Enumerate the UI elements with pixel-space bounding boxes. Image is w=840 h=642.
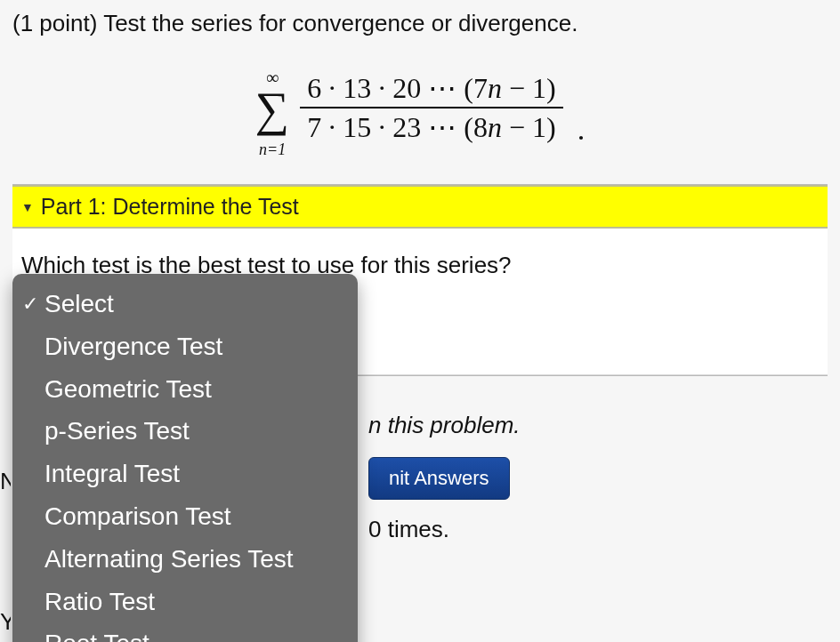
fraction-numerator: 6 · 13 · 20 ⋯ (7n − 1) [300,69,562,107]
dropdown-option-label: Integral Test [44,457,180,491]
sigma-glyph: ∑ [255,88,290,132]
dropdown-option-divergence-test[interactable]: Divergence Test [12,325,358,368]
dropdown-option-label: Ratio Test [44,585,155,619]
sigma-symbol: ∞ ∑ n=1 [255,60,290,160]
cropped-edge-char-1: N [0,468,11,495]
fraction: 6 · 13 · 20 ⋯ (7n − 1) 7 · 15 · 23 ⋯ (8n… [300,69,562,146]
submit-answers-button[interactable]: nit Answers [368,457,510,500]
sigma-upper-bound: ∞ [266,68,279,87]
dropdown-option-label: p-Series Test [44,414,190,448]
problem-prompt: (1 point) Test the series for convergenc… [12,9,828,38]
dropdown-option-alternating-series-test[interactable]: Alternating Series Test [12,538,358,581]
cropped-edge-char-2: Y [0,608,11,636]
prompt-text: Test the series for convergence or diver… [103,10,578,36]
dropdown-option-label: Divergence Test [44,330,222,364]
part-1-title: Part 1: Determine the Test [41,194,299,220]
dropdown-option-ratio-test[interactable]: Ratio Test [12,581,358,623]
trailing-period: . [574,113,586,159]
fraction-denominator: 7 · 15 · 23 ⋯ (8n − 1) [300,108,562,146]
dropdown-option-root-test[interactable]: Root Test [12,622,358,642]
dropdown-option-label: Select [44,287,114,321]
dropdown-option-label: Alternating Series Test [44,542,294,576]
dropdown-option-select[interactable]: ✓ Select [12,283,358,325]
dropdown-option-label: Geometric Test [44,373,212,406]
test-select-dropdown[interactable]: ✓ Select Divergence Test Geometric Test … [12,274,358,642]
dropdown-option-comparison-test[interactable]: Comparison Test [12,495,358,538]
dropdown-option-geometric-test[interactable]: Geometric Test [12,368,358,411]
check-icon: ✓ [18,291,43,317]
collapse-arrow-icon: ▼ [21,200,34,214]
series-expression: ∞ ∑ n=1 6 · 13 · 20 ⋯ (7n − 1) 7 · 15 · … [12,60,828,160]
points-label: (1 point) [12,10,97,36]
dropdown-option-integral-test[interactable]: Integral Test [12,453,358,495]
dropdown-option-label: Comparison Test [44,500,231,534]
dropdown-option-p-series-test[interactable]: p-Series Test [12,410,358,453]
dropdown-option-label: Root Test [44,627,149,642]
sigma-lower-bound: n=1 [259,140,286,158]
part-1-header[interactable]: ▼ Part 1: Determine the Test [12,185,828,229]
